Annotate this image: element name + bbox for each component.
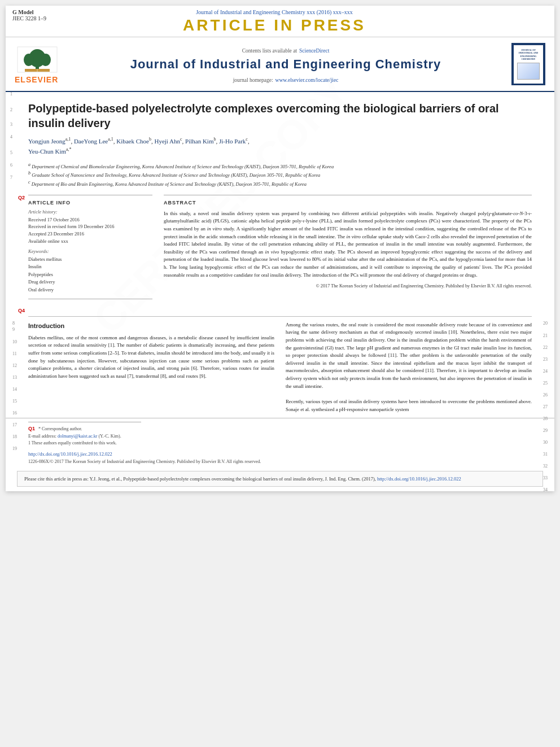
elsevier-tree-icon (15, 44, 60, 75)
body-two-col: 8 9 10 11 12 13 14 15 16 17 18 19 20 21 … (28, 321, 532, 414)
keyword-4: Drug delivery (28, 278, 152, 286)
q4-marker: Q4 (18, 308, 25, 313)
svg-point-4 (41, 54, 51, 66)
journal-link: Journal of Industrial and Engineering Ch… (58, 9, 491, 15)
revised-date: Received in revised form 19 December 201… (28, 223, 152, 230)
body-section: 8 9 10 11 12 13 14 15 16 17 18 19 20 21 … (6, 316, 554, 414)
author-jiho: Ji-Ho Park (219, 138, 246, 145)
contents-line: Contents lists available at ScienceDirec… (67, 45, 505, 55)
author-yongjun: Yongjun Jeong (28, 138, 65, 145)
author-kibaek: Kibaek Choe (116, 138, 149, 145)
cite-box: Please cite this article in press as: Y.… (17, 471, 543, 487)
abstract-column: ABSTRACT In this study, a novel oral ins… (164, 195, 532, 299)
svg-point-3 (24, 54, 34, 66)
article-info-abstract-section: Q2 Q4 ARTICLE INFO Article history: Rece… (28, 195, 532, 299)
homepage-line: journal homepage: www.elsevier.com/locat… (67, 74, 505, 84)
keyword-1: Diabetes mellitus (28, 256, 152, 264)
abstract-text: In this study, a novel oral insulin deli… (164, 210, 532, 279)
page: G Model JIEC 3228 1–9 Journal of Industr… (6, 6, 554, 491)
copyright-footer: 1226-086X/© 2017 The Korean Society of I… (6, 458, 554, 466)
main-content: CERTIFIED COPY 1 2 3 4 5 6 7 Polypeptide… (6, 92, 554, 312)
email-label: E-mail address: (28, 434, 56, 439)
affiliation-c: c Department of Bio and Brain Engineerin… (28, 179, 532, 188)
journal-header: ELSEVIER Contents lists available at Sci… (6, 37, 554, 92)
body-left-col: Introduction Diabetes mellitus, one of t… (28, 321, 274, 414)
keyword-2: Insulin (28, 263, 152, 271)
email-suffix: (Y.-C. Kim). (98, 434, 121, 439)
q1-marker: Q1 (28, 425, 35, 433)
journal-cover-image: JOURNAL OFINDUSTRIAL ANDENGINEERINGCHEMI… (514, 45, 543, 84)
journal-name: Journal of Industrial and Engineering Ch… (67, 57, 505, 72)
keywords-label: Keywords: (28, 248, 152, 254)
available-online: Available online xxx (28, 238, 152, 245)
affiliation-b: b Graduate School of Nanoscience and Tec… (28, 170, 532, 179)
author-pilhan: Pilhan Kim (185, 138, 213, 145)
intro-heading: Introduction (28, 321, 274, 331)
journal-model-info: G Model JIEC 3228 1–9 (12, 9, 46, 21)
keyword-5: Oral delivery (28, 286, 152, 294)
journal-title-block: Contents lists available at ScienceDirec… (67, 45, 505, 84)
article-in-press-title: ARTICLE IN PRESS (58, 16, 491, 34)
authors: Yongjun Jeonga,1, DaeYong Leea,1, Kibaek… (28, 136, 532, 157)
contents-label: Contents lists available at (242, 48, 297, 54)
keywords-list: Diabetes mellitus Insulin Polypeptides D… (28, 256, 152, 294)
homepage-url[interactable]: www.elsevier.com/locate/jiec (275, 77, 339, 83)
history-label: Article history: (28, 209, 152, 215)
author-hyeji: Hyeji Ahn (154, 138, 180, 145)
doi-line: http://dx.doi.org/10.1016/j.jiec.2016.12… (6, 449, 554, 458)
journal-thumbnail: JOURNAL OFINDUSTRIAL ANDENGINEERINGCHEMI… (511, 43, 545, 85)
cite-text: Please cite this article in press as: Y.… (24, 476, 376, 482)
line-numbers-left: 1 2 3 4 5 6 7 (10, 92, 12, 180)
cite-link[interactable]: http://dx.doi.org/10.1016/j.jiec.2016.12… (377, 476, 461, 482)
sciencedirect-link[interactable]: ScienceDirect (299, 48, 329, 54)
q2-marker: Q2 (18, 195, 25, 200)
greek-gamma: γ (488, 211, 490, 216)
accepted-date: Accepted 23 December 2016 (28, 230, 152, 238)
elsevier-logo: ELSEVIER (15, 44, 60, 84)
article-in-press-banner: Journal of Industrial and Engineering Ch… (46, 9, 502, 34)
corresponding-label: * Corresponding author. (38, 426, 82, 431)
email-link[interactable]: dolmanyi@kaist.ac.kr (58, 434, 97, 439)
abstract-box: ABSTRACT In this study, a novel oral ins… (164, 195, 532, 289)
body-right-col: Among the various routes, the oral route… (286, 321, 532, 414)
abstract-title: ABSTRACT (164, 200, 532, 206)
footnote1-text: 1 These authors equally contributed to t… (28, 440, 117, 445)
affiliations: a Department of Chemical and Biomolecula… (28, 161, 532, 188)
top-banner: G Model JIEC 3228 1–9 Journal of Industr… (6, 6, 554, 37)
author-daeyong: DaeYong Lee (74, 138, 108, 145)
sup-a1: a,1 (65, 137, 71, 142)
article-info-box: ARTICLE INFO Article history: Received 1… (28, 195, 152, 299)
body-line-numbers-left: 8 9 10 11 12 13 14 15 16 17 18 19 (12, 321, 17, 458)
doi-url[interactable]: http://dx.doi.org/10.1016/j.jiec.2016.12… (28, 451, 112, 457)
elsevier-wordmark: ELSEVIER (15, 75, 58, 84)
keyword-3: Polypeptides (28, 271, 152, 279)
cover-graphic (517, 63, 540, 80)
intro-left-text: Diabetes mellitus, one of the most commo… (28, 334, 274, 381)
body-line-numbers-right: 20 21 22 23 24 25 26 27 28 29 30 31 32 3… (543, 321, 548, 497)
abstract-copyright: © 2017 The Korean Society of Industrial … (164, 283, 532, 289)
footnote-area: Q1 * Corresponding author. E-mail addres… (6, 418, 554, 449)
section-divider (28, 316, 532, 317)
affiliation-a: a Department of Chemical and Biomolecula… (28, 161, 532, 171)
homepage-label: journal homepage: (233, 77, 273, 83)
article-info-column: ARTICLE INFO Article history: Received 1… (28, 195, 152, 299)
jiec-number: JIEC 3228 1–9 (12, 15, 46, 21)
intro-right-text: Among the various routes, the oral route… (286, 321, 532, 414)
article-info-title: ARTICLE INFO (28, 200, 152, 206)
g-model-label: G Model (12, 9, 46, 15)
article-title: Polypeptide-based polyelectrolyte comple… (28, 101, 532, 130)
cover-text: JOURNAL OFINDUSTRIAL ANDENGINEERINGCHEMI… (519, 49, 538, 60)
author-yeuchun: Yeu-Chun Kim (28, 148, 66, 155)
footnote-divider (28, 422, 141, 425)
received-date: Received 17 October 2016 (28, 216, 152, 224)
